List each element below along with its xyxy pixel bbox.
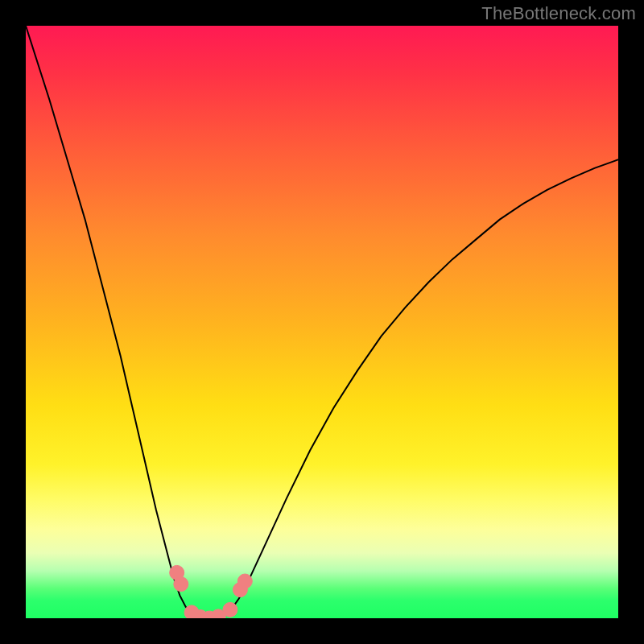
chart-frame: TheBottleneck.com: [0, 0, 644, 644]
plot-area: [26, 26, 618, 618]
gradient-background: [26, 26, 618, 618]
watermark-text: TheBottleneck.com: [481, 3, 636, 24]
